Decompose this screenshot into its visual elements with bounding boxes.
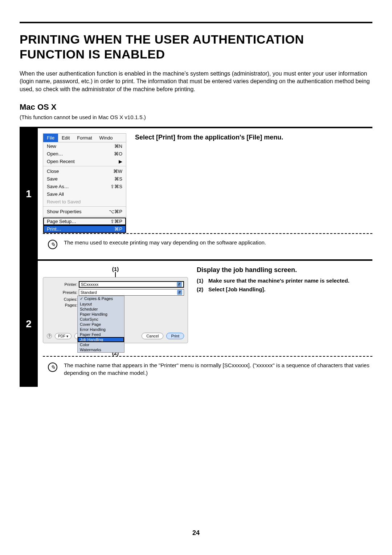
step-2-sub-1: (1)Make sure that the machine's printer … (197, 277, 372, 284)
print-button[interactable]: Print (166, 333, 184, 339)
file-menu-item[interactable]: Close⌘W (43, 167, 126, 175)
step-2: 2 (1) Printer: SCxxxxxx ⇵ Presets: (20, 259, 372, 387)
mac-file-menu: File Edit Format Windo New⌘NOpen…⌘OOpen … (43, 133, 126, 233)
presets-label: Presets: (47, 290, 77, 295)
file-menu-item[interactable]: Print…⌘P (43, 225, 126, 233)
file-menu-item[interactable]: Save All (43, 190, 126, 198)
step-1-note-row: ✎ The menu used to execute printing may … (43, 233, 372, 254)
note-icon: ✎ (48, 240, 57, 249)
print-option-item[interactable]: Copies & Pages (78, 296, 124, 301)
printer-value: SCxxxxxx (81, 282, 98, 287)
menubar-file[interactable]: File (43, 134, 58, 142)
dropdown-caret-icon: ⇵ (177, 282, 182, 287)
print-dialog: Printer: SCxxxxxx ⇵ Presets: Standard ⇵ (43, 277, 188, 343)
step-1-heading: Select [Print] from the application's [F… (135, 133, 372, 142)
page-number: 24 (0, 529, 392, 537)
callout-1-label: (1) (43, 266, 188, 272)
printer-select[interactable]: SCxxxxxx ⇵ (79, 281, 184, 288)
top-rule (20, 22, 372, 23)
step-2-number: 2 (20, 261, 38, 387)
file-menu-item[interactable]: Save As…⇧⌘S (43, 183, 126, 190)
print-option-item[interactable]: Scheduler (78, 307, 124, 312)
print-option-item[interactable]: Paper Handling (78, 312, 124, 317)
step-2-note-row: ✎ The machine name that appears in the "… (43, 356, 372, 382)
presets-select[interactable]: Standard ⇵ (79, 289, 184, 296)
printer-label: Printer: (47, 282, 77, 287)
step-1-number: 1 (20, 128, 38, 259)
file-menu-item[interactable]: Show Properties⌥⌘P (43, 208, 126, 215)
pdf-button[interactable]: PDF ▾ (55, 333, 72, 339)
cancel-button[interactable]: Cancel (142, 333, 163, 339)
platform-note: (This function cannot be used in Mac OS … (20, 114, 372, 120)
pages-label: Pages: (47, 303, 77, 307)
page-title: PRINTING WHEN THE USER AUTHENTICATION FU… (20, 32, 372, 62)
print-option-item[interactable]: Layout (78, 301, 124, 307)
print-option-item[interactable]: Paper Feed (78, 332, 124, 337)
print-option-item[interactable]: Watermarks (78, 347, 124, 352)
file-menu-item[interactable]: Save⌘S (43, 175, 126, 183)
print-option-item[interactable]: Color (78, 342, 124, 347)
copies-label: Copies: (47, 297, 77, 301)
file-menu-item[interactable]: Revert to Saved (43, 198, 126, 206)
file-menu-item[interactable]: Open…⌘O (43, 150, 126, 158)
file-menu-item[interactable]: Page Setup…⇧⌘P (43, 218, 126, 225)
help-button[interactable]: ? (47, 333, 52, 339)
presets-value: Standard (81, 290, 97, 295)
intro-paragraph: When the user authentication function is… (20, 70, 372, 93)
callout-1-line (115, 272, 116, 277)
file-menu-list: New⌘NOpen…⌘OOpen Recent▶Close⌘WSave⌘SSav… (43, 142, 126, 233)
print-option-item[interactable]: Error Handling (78, 327, 124, 332)
step-1: 1 File Edit Format Windo New⌘NOpen…⌘OOpe… (20, 127, 372, 259)
mac-menubar: File Edit Format Windo (43, 134, 126, 142)
print-option-item[interactable]: ColorSync (78, 317, 124, 322)
menubar-format[interactable]: Format (73, 134, 95, 142)
step-2-sub-2: (2)Select [Job Handling]. (197, 286, 372, 293)
file-menu-item[interactable]: Open Recent▶ (43, 158, 126, 165)
step-2-heading: Display the job handling screen. (197, 266, 372, 274)
menubar-edit[interactable]: Edit (58, 134, 73, 142)
print-options-dropdown[interactable]: Copies & PagesLayoutSchedulerPaper Handl… (77, 296, 124, 353)
note-icon: ✎ (48, 362, 57, 372)
menubar-window[interactable]: Windo (96, 134, 117, 142)
step-1-note: The menu used to execute printing may va… (64, 239, 372, 246)
print-option-item[interactable]: Cover Page (78, 322, 124, 327)
dropdown-caret-icon: ⇵ (177, 290, 182, 295)
step-2-note: The machine name that appears in the "Pr… (64, 362, 372, 377)
platform-heading: Mac OS X (20, 102, 372, 112)
file-menu-item[interactable]: New⌘N (43, 142, 126, 150)
print-option-item[interactable]: Job Handling (78, 337, 124, 342)
